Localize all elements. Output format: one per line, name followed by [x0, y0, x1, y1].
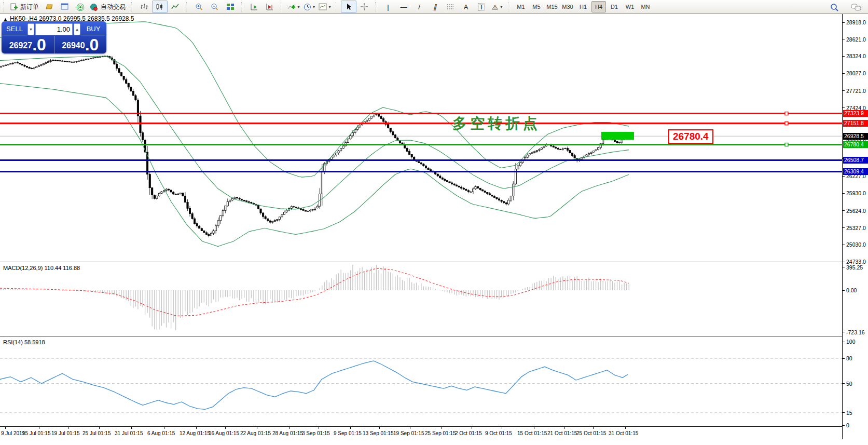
timeframe-button-m5[interactable]: M5 [529, 1, 544, 12]
axis-tick [843, 210, 845, 211]
chat-button[interactable] [848, 1, 864, 14]
candle-chart-button[interactable] [152, 1, 168, 13]
time-tick [410, 427, 410, 429]
zoom-out-icon [211, 3, 219, 11]
time-axis[interactable]: 9 Jul 201915 Jul 01:1519 Jul 01:1525 Jul… [0, 426, 842, 440]
axis-tick [843, 412, 845, 413]
price-axis[interactable]: 28918.028621.028324.028027.027721.027424… [842, 14, 868, 439]
price-tick-label: 25624.0 [846, 208, 866, 214]
timeframe-button-m30[interactable]: M30 [560, 1, 575, 12]
trendline-icon: / [418, 4, 420, 10]
zoom-out-button[interactable] [207, 1, 223, 13]
search-button[interactable] [826, 1, 842, 14]
fibonacci-button[interactable] [443, 1, 458, 13]
horizontal-line-icon: — [401, 4, 407, 10]
text-label-button[interactable]: T [474, 1, 489, 13]
rsi-panel[interactable]: RSI(14) 58.5918 [0, 338, 842, 426]
metaeditor-icon [45, 3, 54, 10]
templates-button[interactable]: ▾ [317, 1, 333, 13]
toolbar-grip[interactable] [241, 2, 244, 11]
buy-button[interactable]: BUY [81, 23, 105, 35]
search-icon [830, 3, 839, 12]
crosshair-button[interactable] [356, 1, 372, 13]
line-chart-button[interactable] [168, 1, 183, 13]
timeframe-button-w1[interactable]: W1 [623, 1, 637, 12]
timeframe-button-h4[interactable]: H4 [591, 1, 606, 12]
channel-button[interactable]: ∥ [427, 1, 443, 13]
arrows-icon [491, 4, 499, 10]
timeframe-button-d1[interactable]: D1 [607, 1, 622, 12]
axis-tick [843, 227, 845, 228]
buy-price-big: .0 [85, 37, 99, 52]
time-tick [68, 427, 68, 429]
time-tick-label: 2 Oct 01:15 [455, 430, 482, 436]
axis-tick [843, 73, 845, 74]
macd-panel[interactable]: MACD(12,26,9) 110.44 116.88 [0, 264, 842, 336]
axis-tick [843, 56, 845, 57]
toolbar-grip[interactable] [336, 2, 339, 11]
toolbar-grip[interactable] [375, 2, 378, 11]
chart-shift-button[interactable] [262, 1, 278, 13]
price-tick-label: 25327.0 [846, 225, 866, 231]
toolbar-grip[interactable] [186, 2, 189, 11]
time-tick-label: 25 Oct 01:15 [576, 430, 606, 436]
tile-windows-button[interactable] [223, 1, 238, 13]
time-tick [131, 427, 132, 429]
timeframe-button-m15[interactable]: M15 [545, 1, 559, 12]
time-tick [442, 427, 442, 429]
arrows-button[interactable]: ▾ [489, 1, 505, 13]
volume-increase-button[interactable]: ▲ [74, 23, 80, 35]
arrows-caret[interactable]: ▾ [500, 5, 502, 9]
vertical-line-button[interactable]: | [380, 1, 396, 13]
indicators-button[interactable]: ▾ [286, 1, 301, 13]
toolbar-grip[interactable] [3, 2, 6, 11]
trendline-button[interactable]: / [411, 1, 427, 13]
marketwatch-button[interactable] [57, 1, 73, 13]
text-button[interactable]: A [458, 1, 474, 13]
candlestick-chart[interactable] [0, 14, 842, 262]
volume-decrease-button[interactable]: ▼ [27, 23, 34, 35]
time-tick-label: 6 Aug 01:15 [147, 430, 175, 436]
zoom-in-button[interactable] [191, 1, 207, 13]
sell-button[interactable]: SELL [3, 23, 26, 35]
periods-button[interactable]: ▾ [301, 1, 317, 13]
periods-caret[interactable]: ▾ [313, 5, 315, 9]
cursor-button[interactable] [341, 1, 356, 13]
timeframe-button-h1[interactable]: H1 [576, 1, 590, 12]
toolbar-grip[interactable] [281, 2, 284, 11]
axis-tick [843, 425, 845, 426]
sell-price-main: 26927 [9, 39, 33, 52]
timeframe-button-m1[interactable]: M1 [514, 1, 528, 12]
metaeditor-button[interactable] [42, 1, 57, 13]
auto-scroll-button[interactable] [246, 1, 262, 13]
time-tick-label: 28 Aug 01:15 [272, 430, 303, 436]
price-chart-panel[interactable]: ▲HK50-,H4 26973.0 26995.5 26835.5 26928.… [0, 14, 842, 262]
rsi-tick-label: 15 [846, 410, 852, 416]
time-tick [39, 427, 39, 429]
tile-windows-icon [226, 3, 235, 10]
horizontal-line-button[interactable]: — [396, 1, 411, 13]
signals-button[interactable] [73, 1, 88, 13]
buy-price[interactable]: 26940.0 [54, 36, 107, 53]
price-tick-label: 27721.0 [846, 88, 866, 94]
macd-chart [0, 264, 842, 336]
rsi-tick-label: 100 [846, 339, 856, 345]
timeframe-bar: M1M5M15M30H1H4D1W1MN [513, 1, 653, 12]
marketwatch-icon [61, 3, 69, 10]
bar-chart-button[interactable] [136, 1, 152, 13]
signals-icon [76, 3, 85, 11]
templates-caret[interactable]: ▾ [328, 5, 330, 9]
toolbar-grip[interactable] [508, 2, 511, 11]
time-tick-label: 25 Sep 01:15 [425, 430, 456, 436]
bid-price-label: 26928.5 [843, 133, 868, 140]
autotrading-button[interactable]: 自动交易 [88, 1, 128, 13]
indicators-caret[interactable]: ▾ [297, 5, 299, 9]
toolbar-grip[interactable] [131, 2, 134, 11]
sell-price[interactable]: 26927.0 [2, 36, 54, 53]
rsi-label: RSI(14) 58.5918 [3, 339, 45, 345]
timeframe-button-mn[interactable]: MN [638, 1, 653, 12]
text-icon: A [464, 4, 469, 10]
volume-input[interactable] [35, 23, 73, 35]
candle-chart-icon [156, 3, 164, 10]
new-order-button[interactable]: 新订单 [8, 1, 42, 13]
